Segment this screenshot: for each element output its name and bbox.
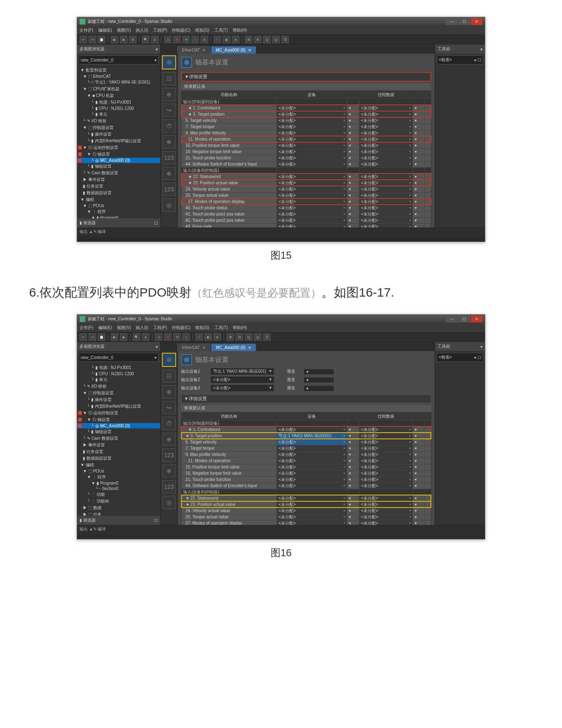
tool-btn[interactable]: ↪ bbox=[89, 36, 96, 43]
tree-node[interactable]: ▮ 数据跟踪设置 bbox=[77, 455, 160, 462]
table-row[interactable]: 16. Negative torque limit value<未分配>▾<未分… bbox=[182, 149, 431, 155]
tree-node[interactable]: ▼ ⬚ POUs bbox=[77, 203, 160, 208]
detail-section[interactable]: ▼详细设置 bbox=[181, 394, 431, 403]
tool-btn[interactable]: ⊞ bbox=[226, 333, 234, 341]
side-icon-axis[interactable]: ⚙ bbox=[162, 353, 176, 367]
tree-node[interactable]: └ ▮ 单元 bbox=[77, 376, 160, 383]
tree-node[interactable]: └ ✎ Cam 数据设置 bbox=[77, 170, 160, 176]
table-row[interactable]: ! ★ 1. Controlword<未分配>▾<未分配>▾ bbox=[182, 105, 431, 111]
table-row[interactable]: 44. Software Switch of Encoder's Input<未… bbox=[182, 161, 431, 167]
tree-node[interactable]: ▼ ⋮ 程序 bbox=[77, 208, 160, 215]
side-icon[interactable]: 123 bbox=[162, 448, 176, 462]
table-row[interactable]: ! ★ 3. Target position<未分配>▾<未分配>▾ bbox=[182, 111, 431, 117]
tree-node[interactable]: └ ▮ CPU : NJ301-1200 bbox=[77, 106, 160, 111]
tool-btn[interactable]: 📋 bbox=[98, 333, 105, 341]
table-row[interactable]: 15. Positive torque limit value<未分配>▾<未分… bbox=[182, 464, 431, 470]
tool-btn[interactable]: A bbox=[142, 333, 149, 341]
tool-btn[interactable]: ⊟ bbox=[236, 333, 243, 341]
tool-btn[interactable]: ⚠ bbox=[164, 36, 172, 43]
tool-btn[interactable]: A bbox=[201, 36, 208, 43]
tool-btn[interactable]: ↪ bbox=[89, 333, 96, 341]
device-select[interactable]: 节点:1 YAKO MINI-3E(E001) ▾ bbox=[210, 368, 274, 375]
table-row[interactable]: ! 27. Modes of operation display<未分配>▾<未… bbox=[182, 198, 431, 205]
side-icon[interactable]: ⏱ bbox=[162, 417, 176, 430]
menu-item[interactable]: 文件(F) bbox=[80, 27, 93, 33]
table-row[interactable]: 24. Velocity actual value<未分配>▾<未分配>▾ bbox=[182, 508, 431, 514]
tab[interactable]: EtherCAT✕ bbox=[177, 46, 210, 54]
side-icon[interactable]: 123 bbox=[162, 151, 176, 164]
tree-node[interactable]: ▼ ◎ 运动控制设置 bbox=[77, 144, 160, 151]
tree-node[interactable]: ▼ ⋮ 程序 bbox=[77, 474, 160, 480]
tool-btn[interactable]: ⟲ bbox=[173, 333, 181, 341]
tree-node[interactable]: ▼ ◎ 轴设置 bbox=[77, 416, 160, 423]
tree-node[interactable]: └ ▮ 轴组设置 bbox=[77, 163, 160, 170]
tool-btn[interactable]: ○ bbox=[195, 333, 203, 341]
menu-item[interactable]: 模拟(S) bbox=[195, 27, 209, 33]
tree-node[interactable]: ▮ 任务设置 bbox=[77, 183, 160, 190]
tree-node[interactable]: ▮ 数据跟踪设置 bbox=[77, 190, 160, 196]
side-icon[interactable]: ⏱ bbox=[162, 119, 176, 133]
tool-btn[interactable]: ⏸ bbox=[129, 36, 137, 43]
side-icon-axis[interactable]: ⚙ bbox=[162, 55, 176, 69]
tree-node[interactable]: ▼ ◎ 轴设置 bbox=[77, 151, 160, 158]
tool-btn[interactable]: ▶ bbox=[111, 36, 118, 43]
tree-node[interactable]: ▼ ⬚ 控制器设置 bbox=[77, 124, 160, 131]
tool-btn[interactable]: ◐ bbox=[223, 36, 230, 43]
menu-item[interactable]: 帮助(H) bbox=[233, 325, 247, 331]
tree-node[interactable]: └ ◎ MC_Axis000 (0) bbox=[77, 158, 160, 163]
tree-node[interactable]: └ ▮ 单元 bbox=[77, 111, 160, 118]
tree-node[interactable]: └ ✎ Cam 数据设置 bbox=[77, 435, 160, 442]
tool-btn[interactable]: Q bbox=[254, 333, 261, 341]
tool-btn[interactable]: ● bbox=[232, 36, 239, 43]
tree-node[interactable]: ▼ ⬚ CPU/扩展机架 bbox=[77, 86, 160, 92]
table-row[interactable]: 21. Touch probe function<未分配>▾<未分配>▾ bbox=[182, 155, 431, 161]
tool-btn[interactable]: A bbox=[151, 36, 159, 43]
menu-item[interactable]: 插入(I) bbox=[136, 27, 148, 33]
tool-btn[interactable]: ⊞ bbox=[245, 36, 252, 43]
table-row[interactable]: 5. Target velocity<未分配>▾<未分配>▾ bbox=[182, 117, 431, 124]
menu-item[interactable]: 工具(T) bbox=[214, 27, 228, 33]
tool-btn[interactable]: ☰ bbox=[263, 333, 271, 341]
table-row[interactable]: 16. Negative torque limit value<未分配>▾<未分… bbox=[182, 470, 431, 476]
output-footer[interactable]: 输出 ▲✎ 编译 bbox=[77, 228, 485, 237]
table-row[interactable]: ! ★ 1. Controlword<未分配>▾<未分配>▾ bbox=[182, 426, 431, 433]
table-row[interactable]: ! 11. Modes of operation<未分配>▾<未分配>▾ bbox=[182, 458, 431, 464]
table-row[interactable]: 21. Touch probe function<未分配>▾<未分配>▾ bbox=[182, 476, 431, 483]
maximize-button[interactable]: ☐ bbox=[458, 316, 470, 322]
tree-node[interactable]: ▼ ▮ Program0 bbox=[77, 215, 160, 218]
tree-node[interactable]: └ ▫ Section0 bbox=[77, 486, 160, 491]
tab[interactable]: MC_Axis000 (0)✕ bbox=[211, 46, 256, 54]
maximize-button[interactable]: ☐ bbox=[458, 18, 470, 25]
minimize-button[interactable]: — bbox=[446, 18, 458, 25]
tool-btn[interactable]: ⚠ bbox=[155, 333, 162, 341]
tool-btn[interactable]: ✖ bbox=[164, 333, 172, 341]
tree-node[interactable]: ▼ 编程 bbox=[77, 196, 160, 203]
menu-item[interactable]: 模拟(S) bbox=[195, 325, 209, 331]
tool-btn[interactable]: ✖ bbox=[173, 36, 181, 43]
device-select[interactable]: <未分配> ▾ bbox=[210, 384, 274, 392]
menu-item[interactable]: 插入(I) bbox=[136, 325, 148, 331]
tool-btn[interactable]: 📋 bbox=[98, 36, 105, 43]
side-icon[interactable]: ☷ bbox=[162, 72, 176, 85]
tool-btn[interactable]: Q bbox=[245, 333, 252, 341]
search-combo[interactable]: <检索>▾ ☐ bbox=[437, 55, 483, 64]
tree-node[interactable]: ▼ 配置和设置 bbox=[77, 67, 160, 74]
side-icon[interactable]: ⊕ bbox=[162, 135, 176, 149]
side-icon[interactable]: ⊕ bbox=[162, 385, 176, 399]
tree-node[interactable]: └ ▮ 电源 : NJ-Px3001 bbox=[77, 364, 160, 371]
tree-node[interactable]: ▮ 任务设置 bbox=[77, 448, 160, 455]
tool-btn[interactable]: 🔍 bbox=[133, 333, 140, 341]
menu-item[interactable]: 控制器(C) bbox=[172, 27, 190, 33]
tree-node[interactable]: ▼ ⬚ POUs bbox=[77, 468, 160, 474]
filter-bar[interactable]: ▮ 筛选器☐ bbox=[77, 218, 160, 228]
side-icon[interactable]: ⊕ bbox=[162, 167, 176, 180]
table-row[interactable]: 25. Torque actual value<未分配>▾<未分配>▾ bbox=[182, 192, 431, 198]
tool-btn[interactable]: Q bbox=[263, 36, 271, 43]
menu-item[interactable]: 工程(P) bbox=[153, 325, 167, 331]
controller-combo[interactable]: new_Controller_0▾ bbox=[79, 55, 159, 64]
tree-node[interactable]: └ ⋮ 功能块 bbox=[77, 498, 160, 505]
tree-node[interactable]: └ ▮ CPU : NJ301-1200 bbox=[77, 371, 160, 376]
side-icon[interactable]: 123 bbox=[162, 183, 176, 196]
tree-node[interactable]: └ ✎ I/O 映射 bbox=[77, 383, 160, 390]
tool-btn[interactable]: ■ bbox=[120, 36, 127, 43]
